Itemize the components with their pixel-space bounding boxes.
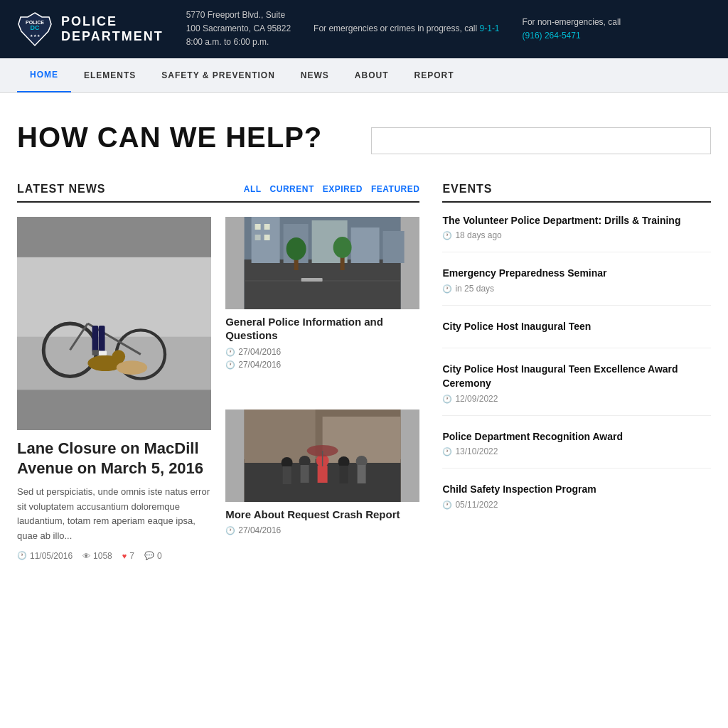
nonemergency-phone-link[interactable]: (916) 264-5471 <box>523 31 581 41</box>
main-content: LATEST NEWS ALL CURRENT EXPIRED FEATURED <box>0 168 728 575</box>
svg-rect-23 <box>383 231 405 263</box>
news-card-1-image <box>225 217 419 309</box>
svg-rect-36 <box>245 410 316 463</box>
comment-icon <box>144 551 154 560</box>
site-header: POLICE DC ★ ★ ★ POLICE DEPARTMENT 5770 F… <box>0 0 728 58</box>
events-title: EVENTS <box>442 183 711 203</box>
news-card-2-title[interactable]: More About Request Crash Report <box>225 508 419 522</box>
svg-rect-25 <box>264 224 270 230</box>
news-section: LATEST NEWS ALL CURRENT EXPIRED FEATURED <box>17 183 419 561</box>
police-badge-icon: POLICE DC ★ ★ ★ <box>17 11 53 47</box>
svg-rect-43 <box>318 466 328 483</box>
svg-rect-29 <box>301 278 323 282</box>
news-grid: Lane Closure on MacDill Avenue on March … <box>17 217 419 561</box>
events-section: EVENTS The Volunteer Police Department: … <box>442 183 711 561</box>
news-card-1: General Police Information and Questions… <box>225 217 419 395</box>
news-featured-likes: 7 <box>122 551 134 561</box>
event-item-5: Police Department Recognition Award 13/1… <box>442 430 711 469</box>
svg-point-33 <box>333 237 352 258</box>
svg-rect-18 <box>245 259 401 309</box>
event-item-4: City Police Host Inaugural Teen Excellen… <box>442 363 711 415</box>
event-2-time: in 25 days <box>442 284 711 294</box>
nav-news[interactable]: NEWS <box>288 59 342 92</box>
event-6-clock-icon <box>442 500 452 510</box>
filter-all[interactable]: ALL <box>244 184 262 194</box>
filter-current[interactable]: CURRENT <box>270 184 314 194</box>
news-featured-content: Lane Closure on MacDill Avenue on March … <box>17 439 211 561</box>
hero-search-area <box>371 127 711 154</box>
news-featured-views: 1058 <box>82 551 112 561</box>
clock-icon <box>17 551 27 560</box>
news-featured-body: Sed ut perspiciatis, unde omnis iste nat… <box>17 485 211 544</box>
news-featured-date: 11/05/2016 <box>17 551 73 561</box>
logo-department: DEPARTMENT <box>61 29 164 44</box>
svg-rect-24 <box>255 224 261 230</box>
svg-rect-39 <box>283 466 291 484</box>
news-filters: ALL CURRENT EXPIRED FEATURED <box>244 184 420 194</box>
news-title: LATEST NEWS <box>17 183 105 196</box>
event-item-1: The Volunteer Police Department: Drills … <box>442 214 711 253</box>
event-6-time: 05/11/2022 <box>442 500 711 510</box>
event-3-title[interactable]: City Police Host Inaugural Teen <box>442 320 711 334</box>
svg-point-31 <box>287 237 306 260</box>
filter-expired[interactable]: EXPIRED <box>323 184 363 194</box>
event-5-time: 13/10/2022 <box>442 446 711 456</box>
event-item-3: City Police Host Inaugural Teen <box>442 320 711 349</box>
event-4-clock-icon <box>442 394 452 404</box>
clock-icon-card1 <box>225 347 235 357</box>
news-featured-image <box>17 217 211 430</box>
news-card-2-date1: 27/04/2016 <box>225 525 419 535</box>
event-1-time: 18 days ago <box>442 230 711 240</box>
news-card-2: More About Request Crash Report 27/04/20… <box>225 410 419 561</box>
heart-icon <box>122 552 127 560</box>
news-card-1-title[interactable]: General Police Information and Questions <box>225 315 419 343</box>
svg-rect-27 <box>264 235 270 240</box>
svg-rect-47 <box>358 465 366 483</box>
news-card-1-date2: 27/04/2016 <box>225 360 419 370</box>
svg-rect-41 <box>301 465 309 483</box>
logo-area[interactable]: POLICE DC ★ ★ ★ POLICE DEPARTMENT <box>17 11 164 47</box>
header-address: 5770 Freeport Blvd., Suite 100 Sacrament… <box>186 9 291 50</box>
svg-rect-16 <box>99 350 107 355</box>
search-input[interactable] <box>371 127 711 154</box>
event-1-clock-icon <box>442 230 452 240</box>
nav-safety[interactable]: SAFETY & PREVENTION <box>149 59 287 92</box>
svg-rect-22 <box>351 228 380 263</box>
clock-icon-card1b <box>225 360 235 370</box>
event-1-title[interactable]: The Volunteer Police Department: Drills … <box>442 214 711 228</box>
event-4-title[interactable]: City Police Host Inaugural Teen Excellen… <box>442 363 711 390</box>
news-featured-title[interactable]: Lane Closure on MacDill Avenue on March … <box>17 439 211 479</box>
header-emergency: For emergencies or crimes in progress, c… <box>314 22 499 36</box>
news-section-header: LATEST NEWS ALL CURRENT EXPIRED FEATURED <box>17 183 419 203</box>
eye-icon <box>82 552 90 560</box>
hero-section: HOW CAN WE HELP? <box>0 93 728 168</box>
event-2-title[interactable]: Emergency Preparedness Seminar <box>442 267 711 281</box>
news-featured-meta: 11/05/2016 1058 7 0 <box>17 551 211 561</box>
news-featured-article: Lane Closure on MacDill Avenue on March … <box>17 217 211 561</box>
emergency-phone-link[interactable]: 9-1-1 <box>480 23 500 33</box>
svg-text:DC: DC <box>31 24 40 31</box>
event-5-title[interactable]: Police Department Recognition Award <box>442 430 711 444</box>
event-item-2: Emergency Preparedness Seminar in 25 day… <box>442 267 711 306</box>
news-card-2-image <box>225 410 419 502</box>
nav-elements[interactable]: ELEMENTS <box>71 59 149 92</box>
nav-report[interactable]: REPORT <box>401 59 466 92</box>
main-nav: HOME ELEMENTS SAFETY & PREVENTION NEWS A… <box>0 58 728 93</box>
event-2-clock-icon <box>442 284 452 294</box>
clock-icon-card2 <box>225 525 235 535</box>
hero-title: HOW CAN WE HELP? <box>17 122 357 154</box>
nav-about[interactable]: ABOUT <box>342 59 402 92</box>
svg-rect-45 <box>340 466 348 483</box>
event-5-clock-icon <box>442 446 452 456</box>
svg-rect-26 <box>255 235 261 240</box>
news-featured-comments: 0 <box>144 551 162 561</box>
event-item-6: Child Safety Inspection Program 05/11/20… <box>442 483 711 521</box>
logo-text: POLICE DEPARTMENT <box>61 14 164 44</box>
svg-rect-14 <box>99 326 105 352</box>
filter-featured[interactable]: FEATURED <box>371 184 419 194</box>
event-4-time: 12/09/2022 <box>442 394 711 404</box>
nav-home[interactable]: HOME <box>17 58 71 92</box>
event-6-title[interactable]: Child Safety Inspection Program <box>442 483 711 497</box>
svg-point-12 <box>112 350 125 363</box>
news-card-1-date1: 27/04/2016 <box>225 347 419 357</box>
